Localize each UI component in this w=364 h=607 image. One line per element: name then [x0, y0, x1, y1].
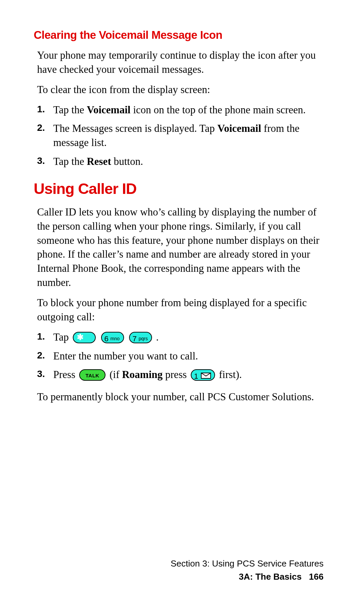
step-item: 3. Tap the Reset button.	[37, 154, 330, 169]
step-text: .	[156, 331, 159, 343]
body-paragraph: Caller ID lets you know who’s calling by…	[34, 205, 330, 290]
step-number: 1.	[37, 330, 45, 343]
ordered-steps: 1. Tap 6 mno 7 pqrs . 2. Enter the numbe…	[34, 330, 330, 382]
step-item: 3. Press TALK (if Roaming press 1 first)…	[37, 368, 330, 382]
heading-using-caller-id: Using Caller ID	[34, 180, 330, 198]
footer-subsection: 3A: The Basics	[239, 572, 302, 582]
body-paragraph: To clear the icon from the display scree…	[34, 83, 330, 97]
step-text: (if	[110, 369, 122, 380]
page-footer: Section 3: Using PCS Service Features 3A…	[0, 557, 364, 583]
step-item: 1. Tap 6 mno 7 pqrs .	[37, 330, 330, 344]
step-number: 2.	[37, 121, 45, 134]
bold-text: Roaming	[122, 369, 163, 380]
step-number: 3.	[37, 154, 45, 167]
key-digit: 1	[194, 371, 198, 381]
key-letters: pqrs	[139, 336, 148, 342]
phone-key-1-envelope-icon: 1	[191, 369, 215, 381]
bold-text: Reset	[87, 155, 111, 167]
bold-text: Voicemail	[217, 122, 261, 134]
document-page: Clearing the Voicemail Message Icon Your…	[0, 0, 364, 404]
bold-text: Voicemail	[87, 104, 130, 116]
phone-key-7-icon: 7 pqrs	[129, 332, 152, 343]
ordered-steps: 1. Tap the Voicemail icon on the top of …	[34, 103, 330, 169]
footer-page-number: 166	[309, 572, 324, 582]
step-text: button.	[111, 155, 143, 167]
step-text: Tap the	[53, 104, 87, 116]
step-text: Press	[53, 369, 78, 380]
step-text: The Messages screen is displayed. Tap	[53, 122, 217, 134]
step-text: first).	[219, 369, 242, 380]
key-letters: mno	[111, 336, 120, 342]
key-digit: 7	[132, 334, 136, 344]
subheading-clearing-voicemail: Clearing the Voicemail Message Icon	[34, 29, 330, 41]
phone-key-star-icon	[73, 332, 96, 343]
step-text: Tap	[53, 331, 71, 343]
step-number: 1.	[37, 103, 45, 116]
phone-key-6-icon: 6 mno	[101, 332, 124, 343]
body-paragraph: To permanently block your number, call P…	[34, 390, 330, 404]
phone-key-talk-icon: TALK	[79, 369, 105, 381]
key-digit: 6	[104, 334, 109, 344]
body-paragraph: Your phone may temporarily continue to d…	[34, 48, 330, 77]
step-text: icon on the top of the phone main screen…	[130, 104, 306, 116]
envelope-icon	[201, 373, 211, 379]
step-text: press	[163, 369, 189, 380]
step-text: Tap the	[53, 155, 87, 167]
step-number: 2.	[37, 349, 45, 362]
step-text: Enter the number you want to call.	[53, 350, 198, 362]
step-item: 1. Tap the Voicemail icon on the top of …	[37, 103, 330, 117]
step-item: 2. Enter the number you want to call.	[37, 349, 330, 363]
step-number: 3.	[37, 368, 45, 380]
key-label: TALK	[80, 372, 105, 379]
body-paragraph: To block your phone number from being di…	[34, 296, 330, 324]
step-item: 2. The Messages screen is displayed. Tap…	[37, 121, 330, 150]
footer-section-title: Section 3: Using PCS Service Features	[0, 557, 324, 570]
